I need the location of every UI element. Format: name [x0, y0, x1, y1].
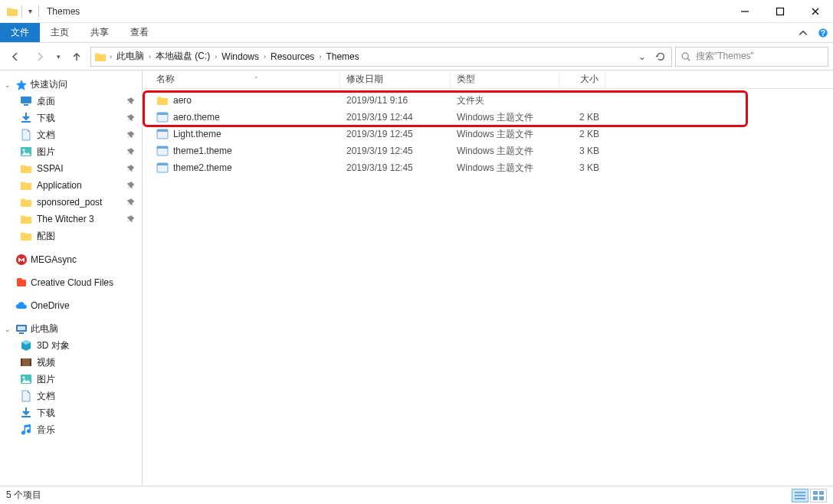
desktop-icon	[20, 95, 32, 107]
sidebar-item[interactable]: 图片	[0, 143, 142, 160]
sidebar-item-label: 文档	[37, 129, 55, 142]
minimize-button[interactable]	[727, 0, 762, 23]
address-dropdown-icon[interactable]: ⌄	[633, 47, 651, 66]
pin-icon	[126, 181, 136, 190]
close-button[interactable]	[798, 0, 833, 23]
file-row[interactable]: aero.theme2019/3/19 12:44Windows 主题文件2 K…	[143, 109, 833, 126]
view-large-button[interactable]	[810, 489, 827, 502]
tab-home[interactable]: 主页	[40, 23, 80, 42]
sidebar-item[interactable]: Application	[0, 177, 142, 194]
address-bar[interactable]: › 此电脑 › 本地磁盘 (C:) › Windows › Resources …	[90, 47, 672, 67]
star-icon	[15, 79, 28, 91]
theme-icon	[156, 145, 169, 157]
folder-icon	[20, 162, 32, 175]
pin-icon	[126, 130, 136, 139]
file-row[interactable]: aero2019/9/11 9:16文件夹	[143, 92, 833, 109]
forward-button[interactable]	[29, 46, 51, 67]
sidebar-this-pc[interactable]: ⌄ 此电脑	[0, 321, 142, 337]
expand-icon[interactable]: ⌄	[5, 81, 12, 89]
qat-dropdown-icon[interactable]: ▾	[28, 7, 32, 15]
sidebar-onedrive[interactable]: OneDrive	[0, 298, 142, 313]
sidebar-item[interactable]: The Witcher 3	[0, 211, 142, 227]
sidebar-item-label: 配图	[37, 230, 55, 243]
up-button[interactable]	[66, 46, 87, 67]
folder-icon	[6, 5, 18, 18]
sidebar-item[interactable]: SSPAI	[0, 160, 142, 177]
divider	[21, 5, 22, 18]
sidebar-item[interactable]: 3D 对象	[0, 337, 142, 354]
doc-icon	[20, 390, 32, 402]
folder-icon	[20, 213, 32, 225]
tab-share[interactable]: 共享	[80, 23, 120, 42]
col-type[interactable]: 类型	[451, 70, 559, 88]
chevron-right-icon[interactable]: ›	[317, 53, 323, 61]
file-size: 3 KB	[559, 162, 605, 173]
mega-icon	[15, 254, 28, 266]
file-row[interactable]: theme1.theme2019/3/19 12:45Windows 主题文件3…	[143, 142, 833, 159]
file-type: Windows 主题文件	[451, 128, 559, 141]
sidebar-item[interactable]: sponsored_post	[0, 194, 142, 211]
col-name[interactable]: 名称 ˄	[150, 70, 340, 88]
maximize-button[interactable]	[762, 0, 798, 23]
file-name: aero.theme	[173, 112, 220, 123]
sidebar-item[interactable]: 下载	[0, 110, 142, 126]
history-dropdown-icon[interactable]: ▾	[54, 53, 63, 61]
breadcrumb-seg[interactable]: Windows	[218, 51, 262, 62]
help-icon[interactable]	[813, 23, 833, 42]
sidebar-item-label: sponsored_post	[37, 197, 102, 208]
folder-icon	[20, 179, 32, 191]
breadcrumb-seg[interactable]: Resources	[267, 51, 317, 62]
sidebar-item[interactable]: 配图	[0, 227, 142, 244]
file-type: Windows 主题文件	[451, 145, 559, 158]
col-size[interactable]: 大小	[559, 70, 605, 88]
file-name: theme2.theme	[173, 162, 232, 173]
chevron-right-icon[interactable]: ›	[108, 53, 113, 61]
file-row[interactable]: Light.theme2019/3/19 12:45Windows 主题文件2 …	[143, 126, 833, 142]
sidebar-item-label: 图片	[37, 373, 55, 386]
file-type: 文件夹	[451, 94, 559, 107]
breadcrumb-seg[interactable]: Themes	[323, 51, 362, 62]
expand-icon[interactable]: ⌄	[5, 326, 12, 333]
sidebar-item[interactable]: 音乐	[0, 421, 142, 438]
back-button[interactable]	[5, 46, 26, 67]
folder-icon	[20, 230, 32, 242]
tab-file[interactable]: 文件	[0, 23, 40, 42]
view-details-button[interactable]	[792, 489, 808, 502]
tab-view[interactable]: 查看	[120, 23, 159, 42]
theme-icon	[156, 162, 169, 174]
download-icon	[20, 112, 32, 124]
chevron-right-icon[interactable]: ›	[262, 53, 267, 61]
sidebar-item[interactable]: 文档	[0, 126, 142, 143]
ribbon-collapse-icon[interactable]	[793, 23, 813, 42]
chevron-right-icon[interactable]: ›	[147, 53, 152, 61]
sidebar-item[interactable]: 桌面	[0, 93, 142, 110]
chevron-right-icon[interactable]: ›	[213, 53, 218, 61]
pin-icon	[126, 147, 136, 156]
sidebar-item[interactable]: 下载	[0, 404, 142, 421]
pc-icon	[15, 323, 28, 335]
sidebar-item[interactable]: 文档	[0, 388, 142, 404]
file-row[interactable]: theme2.theme2019/3/19 12:45Windows 主题文件3…	[143, 159, 833, 176]
refresh-button[interactable]	[651, 47, 670, 66]
file-size: 3 KB	[559, 146, 605, 156]
search-input[interactable]: 搜索"Themes"	[675, 47, 828, 67]
theme-icon	[156, 111, 169, 123]
sidebar-megasync[interactable]: MEGAsync	[0, 252, 142, 267]
pic-icon	[20, 373, 32, 385]
divider	[38, 5, 39, 18]
sidebar-item-label: 下载	[37, 407, 55, 420]
breadcrumb-seg[interactable]: 本地磁盘 (C:)	[152, 50, 213, 63]
sidebar-quick-access[interactable]: ⌄ 快速访问	[0, 77, 142, 93]
ribbon-tabs: 文件 主页 共享 查看	[0, 23, 833, 43]
file-list: 名称 ˄ 修改日期 类型 大小 aero2019/9/11 9:16文件夹aer…	[143, 70, 833, 486]
sidebar-item[interactable]: 图片	[0, 371, 142, 388]
music-icon	[20, 424, 32, 436]
file-date: 2019/3/19 12:45	[340, 162, 451, 173]
col-date[interactable]: 修改日期	[340, 70, 451, 88]
sidebar-item[interactable]: 视频	[0, 354, 142, 371]
sidebar-creative-cloud[interactable]: Creative Cloud Files	[0, 275, 142, 290]
file-date: 2019/3/19 12:45	[340, 129, 451, 139]
breadcrumb-seg[interactable]: 此电脑	[113, 50, 147, 63]
nav-bar: ▾ › 此电脑 › 本地磁盘 (C:) › Windows › Resource…	[0, 43, 833, 70]
folder-icon	[156, 94, 169, 106]
